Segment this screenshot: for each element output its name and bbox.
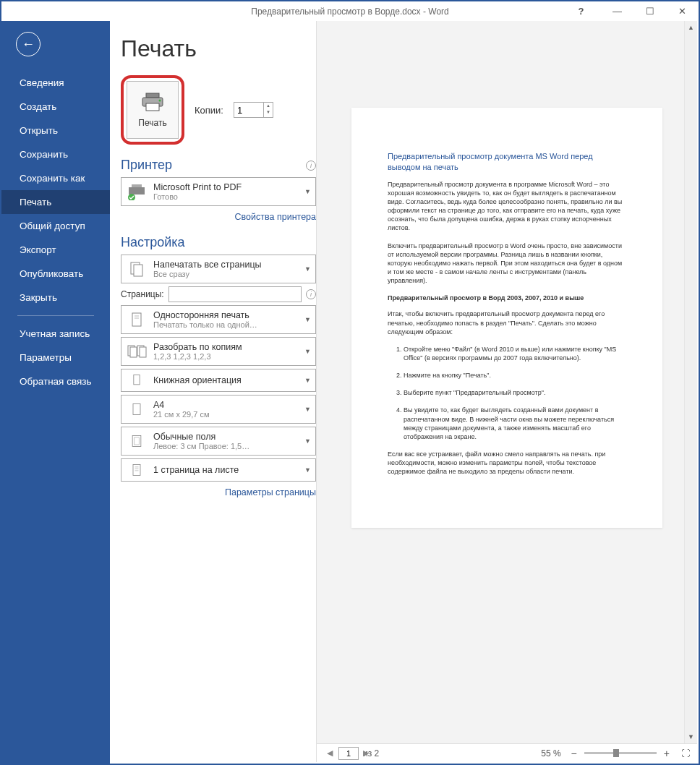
minimize-button[interactable]: — xyxy=(601,1,633,21)
pages-label: Страницы: xyxy=(121,289,164,299)
svg-rect-9 xyxy=(132,313,141,326)
backstage-sidebar: ← Сведения Создать Открыть Сохранить Сох… xyxy=(1,21,110,764)
sides-selector[interactable]: Односторонняя печать Печатать только на … xyxy=(121,305,316,334)
close-button[interactable]: ✕ xyxy=(666,1,699,21)
chevron-down-icon: ▼ xyxy=(300,316,311,323)
sidebar-item-close[interactable]: Закрыть xyxy=(1,286,110,309)
collate-selector[interactable]: Разобрать по копиям 1,2,3 1,2,3 1,2,3 ▼ xyxy=(121,337,316,366)
zoom-percent: 55 % xyxy=(541,748,560,758)
copies-input[interactable] xyxy=(234,103,263,117)
sidebar-item-share[interactable]: Общий доступ xyxy=(1,214,110,238)
info-icon[interactable]: i xyxy=(306,289,316,299)
pages-per-sheet-selector[interactable]: 1 страница на листе ▼ xyxy=(121,458,316,482)
printer-section-header: Принтер i xyxy=(121,158,316,173)
sidebar-divider xyxy=(17,315,94,316)
window-title: Предварительный просмотр в Ворде.docx - … xyxy=(251,7,448,17)
doc-heading: Предварительный просмотр документа MS Wo… xyxy=(388,151,626,173)
titlebar: Предварительный просмотр в Ворде.docx - … xyxy=(1,1,699,21)
svg-rect-4 xyxy=(129,187,145,195)
scroll-down-icon[interactable]: ▼ xyxy=(685,730,697,743)
print-button[interactable]: Печать xyxy=(127,81,179,139)
copies-label: Копии: xyxy=(195,105,223,116)
print-range-selector[interactable]: Напечатать все страницы Все сразу ▼ xyxy=(121,255,316,283)
chevron-down-icon: ▼ xyxy=(300,348,311,355)
svg-rect-8 xyxy=(134,265,142,276)
sidebar-item-feedback[interactable]: Обратная связь xyxy=(1,369,110,393)
settings-section-header: Настройка xyxy=(121,235,316,250)
portrait-icon xyxy=(126,369,148,391)
back-arrow-icon: ← xyxy=(22,37,35,52)
page-number-input[interactable] xyxy=(338,747,359,760)
svg-rect-2 xyxy=(146,103,159,111)
doc-list-item: Вы увидите то, как будет выглядеть созда… xyxy=(404,406,626,441)
chevron-down-icon: ▼ xyxy=(300,466,311,474)
chevron-down-icon: ▼ xyxy=(300,406,311,413)
pages-icon xyxy=(126,258,148,280)
printer-icon xyxy=(140,92,166,112)
zoom-out-button[interactable]: − xyxy=(567,748,581,759)
svg-rect-17 xyxy=(133,404,140,415)
prev-page-button[interactable]: ◀ xyxy=(324,748,336,758)
document-preview-page: Предварительный просмотр документа MS Wo… xyxy=(351,108,662,528)
copies-stepper[interactable]: ▲ ▼ xyxy=(234,102,273,118)
svg-rect-16 xyxy=(134,375,140,385)
sidebar-item-account[interactable]: Учетная запись xyxy=(1,322,110,346)
svg-rect-13 xyxy=(130,347,137,357)
doc-list-item: Откройте меню "Файл" (в Word 2010 и выше… xyxy=(404,345,626,362)
sidebar-item-publish[interactable]: Опубликовать xyxy=(1,262,110,286)
chevron-down-icon: ▼ xyxy=(300,437,311,445)
one-sided-icon xyxy=(126,309,148,330)
printer-name: Microsoft Print to PDF xyxy=(153,182,300,192)
printer-properties-link[interactable]: Свойства принтера xyxy=(121,209,316,229)
page-per-sheet-icon xyxy=(126,459,148,481)
margins-icon xyxy=(126,430,148,452)
svg-point-3 xyxy=(159,100,161,102)
doc-paragraph: Если вас все устраивает, файл можно смел… xyxy=(388,450,626,476)
fit-to-page-icon[interactable]: ⛶ xyxy=(681,748,690,758)
pages-input[interactable] xyxy=(168,286,302,302)
scroll-up-icon[interactable]: ▲ xyxy=(685,21,697,34)
preview-footer: ◀ из 2 ▶ 55 % − + ⛶ xyxy=(317,743,697,762)
print-button-label: Печать xyxy=(138,118,166,128)
printer-selector[interactable]: Microsoft Print to PDF Готово ▼ xyxy=(121,177,316,206)
doc-subheading: Предварительный просмотр в Ворд 2003, 20… xyxy=(388,294,626,302)
sidebar-item-info[interactable]: Сведения xyxy=(1,71,110,95)
maximize-button[interactable]: ☐ xyxy=(633,1,666,21)
chevron-down-icon: ▼ xyxy=(300,188,311,195)
info-icon[interactable]: i xyxy=(306,161,316,171)
zoom-in-button[interactable]: + xyxy=(660,748,674,759)
doc-list-item: Выберите пункт "Предварительный просмотр… xyxy=(404,388,626,397)
back-button[interactable]: ← xyxy=(16,32,40,56)
sidebar-item-new[interactable]: Создать xyxy=(1,95,110,119)
svg-rect-5 xyxy=(132,184,142,187)
printer-status: Готово xyxy=(153,192,300,201)
svg-rect-20 xyxy=(133,465,140,476)
paper-icon xyxy=(126,398,148,420)
svg-rect-0 xyxy=(146,93,159,98)
next-page-button[interactable]: ▶ xyxy=(360,748,372,758)
copies-down-icon[interactable]: ▼ xyxy=(264,109,273,116)
print-settings-panel: Печать Печать Копии: xyxy=(110,21,316,764)
sidebar-item-export[interactable]: Экспорт xyxy=(1,238,110,262)
vertical-scrollbar[interactable]: ▲ ▼ xyxy=(684,21,697,743)
sidebar-item-saveas[interactable]: Сохранить как xyxy=(1,166,110,190)
sidebar-item-print[interactable]: Печать xyxy=(1,190,110,214)
sidebar-item-open[interactable]: Открыть xyxy=(1,119,110,142)
page-setup-link[interactable]: Параметры страницы xyxy=(121,484,316,505)
sidebar-item-options[interactable]: Параметры xyxy=(1,346,110,369)
help-icon[interactable]: ? xyxy=(565,1,597,21)
paper-size-selector[interactable]: A4 21 см x 29,7 см ▼ xyxy=(121,395,316,424)
margins-selector[interactable]: Обычные поля Левое: 3 см Правое: 1,5… ▼ xyxy=(121,427,316,456)
svg-point-6 xyxy=(128,194,135,200)
doc-list-item: Нажмите на кнопку "Печать". xyxy=(404,371,626,380)
chevron-down-icon: ▼ xyxy=(300,377,311,384)
doc-paragraph: Предварительный просмотр документа в про… xyxy=(388,180,626,233)
orientation-selector[interactable]: Книжная ориентация ▼ xyxy=(121,369,316,392)
zoom-slider[interactable] xyxy=(584,752,657,754)
page-title: Печать xyxy=(121,35,316,62)
window-controls: ? — ☐ ✕ xyxy=(565,1,699,21)
copies-up-icon[interactable]: ▲ xyxy=(264,103,273,109)
printer-status-icon xyxy=(126,181,148,202)
print-preview-area: ▲ ▼ Предварительный просмотр документа M… xyxy=(316,21,697,762)
sidebar-item-save[interactable]: Сохранить xyxy=(1,142,110,166)
